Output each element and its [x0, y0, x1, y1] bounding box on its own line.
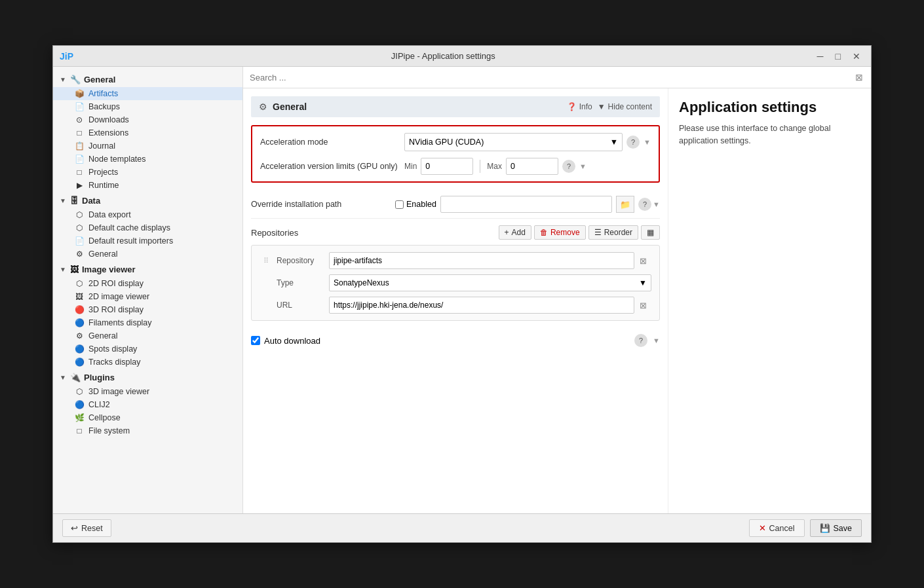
- sidebar-group-general[interactable]: ▼ 🔧 General: [53, 72, 242, 87]
- repo-type-row: Type SonatypeNexus ▼: [260, 274, 651, 291]
- hide-content-button[interactable]: ▼ Hide content: [598, 102, 652, 111]
- drag-handle-icon[interactable]: ⠿: [260, 257, 273, 265]
- override-help-button[interactable]: ?: [638, 198, 651, 211]
- sidebar-item-file-system[interactable]: □ File system: [53, 424, 242, 437]
- sidebar-item-clij2[interactable]: 🔵 CLIJ2: [53, 398, 242, 411]
- sidebar-item-data-export[interactable]: ⬡ Data export: [53, 208, 242, 221]
- sidebar-item-backups[interactable]: 📄 Backups: [53, 100, 242, 113]
- sidebar-item-data-general[interactable]: ⚙ General: [53, 248, 242, 261]
- title-bar-controls: ─ □ ✕: [813, 50, 864, 63]
- override-checkbox[interactable]: [395, 200, 404, 209]
- repositories-section: Repositories + Add 🗑 Remove: [251, 225, 660, 321]
- search-bar: ⊠: [243, 67, 871, 88]
- auto-download-expand-icon: ▼: [653, 337, 660, 344]
- repo-name-row: ⠿ Repository ⊠: [260, 252, 651, 269]
- sidebar-item-2d-image-viewer[interactable]: 🖼 2D image viewer: [53, 290, 242, 303]
- info-button[interactable]: ❓ Info: [567, 102, 592, 111]
- sidebar-item-runtime[interactable]: ▶ Runtime: [53, 179, 242, 192]
- sidebar-item-filaments-display[interactable]: 🔵 Filaments display: [53, 316, 242, 329]
- separator: [480, 160, 480, 173]
- override-label: Override installation path: [251, 200, 395, 209]
- acceleration-version-label: Acceleration version limits (GPU only): [260, 162, 404, 171]
- auto-download-help-button[interactable]: ?: [634, 334, 647, 347]
- cellpose-label: Cellpose: [88, 413, 121, 422]
- settings-box: Acceleration mode NVidia GPU (CUDA) ▼ ? …: [251, 125, 660, 183]
- reset-label: Reset: [81, 524, 103, 533]
- data-group-icon: 🗄: [70, 196, 79, 206]
- default-cache-label: Default cache displays: [88, 223, 170, 232]
- remove-icon: 🗑: [540, 228, 548, 237]
- reorder-icon: ☰: [594, 228, 602, 237]
- override-checkbox-label[interactable]: Enabled: [395, 200, 436, 209]
- sidebar-group-image-viewer[interactable]: ▼ 🖼 Image viewer: [53, 262, 242, 277]
- artifacts-label: Artifacts: [88, 89, 118, 98]
- sidebar-item-2d-roi-display[interactable]: ⬡ 2D ROI display: [53, 277, 242, 290]
- sidebar-item-default-result-importers[interactable]: 📄 Default result importers: [53, 234, 242, 248]
- version-help-button[interactable]: ?: [562, 160, 575, 173]
- reset-button[interactable]: ↩ Reset: [62, 519, 111, 537]
- repo-name-input[interactable]: [329, 252, 634, 269]
- file-system-icon: □: [74, 426, 85, 435]
- sidebar-item-node-templates[interactable]: 📄 Node templates: [53, 153, 242, 166]
- add-repo-button[interactable]: + Add: [499, 225, 531, 240]
- repos-header: Repositories + Add 🗑 Remove: [251, 225, 660, 240]
- sidebar-item-artifacts[interactable]: 📦 Artifacts: [53, 87, 242, 100]
- acceleration-help-button[interactable]: ?: [626, 136, 640, 149]
- acceleration-mode-row: Acceleration mode NVidia GPU (CUDA) ▼ ? …: [260, 133, 651, 151]
- sidebar: ▼ 🔧 General 📦 Artifacts 📄 Backups ⊙ Down…: [53, 67, 243, 513]
- main-content: ⊠ ⚙ General ❓ Info: [243, 67, 871, 513]
- cellpose-icon: 🌿: [74, 413, 85, 422]
- repo-type-dropdown[interactable]: SonatypeNexus ▼: [329, 274, 651, 291]
- save-label: Save: [834, 524, 853, 533]
- browse-folder-button[interactable]: 📁: [616, 196, 634, 213]
- repo-url-clear-button[interactable]: ⊠: [634, 297, 651, 314]
- override-installation-row: Override installation path Enabled 📁 ? ▼: [251, 191, 660, 219]
- max-value-input[interactable]: [506, 158, 558, 175]
- version-expand-icon: ▼: [579, 162, 587, 170]
- sidebar-item-projects[interactable]: □ Projects: [53, 166, 242, 179]
- reorder-repo-button[interactable]: ☰ Reorder: [588, 225, 638, 240]
- 2d-image-viewer-icon: 🖼: [74, 292, 85, 301]
- min-label: Min: [404, 162, 417, 171]
- info-panel: Application settings Please use this int…: [668, 88, 871, 513]
- save-button[interactable]: 💾 Save: [810, 519, 862, 537]
- sidebar-item-journal[interactable]: 📋 Journal: [53, 139, 242, 153]
- repo-name-clear-button[interactable]: ⊠: [634, 252, 651, 269]
- sidebar-item-spots-display[interactable]: 🔵 Spots display: [53, 342, 242, 356]
- auto-download-checkbox[interactable]: [251, 336, 260, 345]
- 3d-image-viewer-label: 3D image viewer: [88, 387, 149, 396]
- search-input[interactable]: [250, 73, 854, 83]
- acceleration-mode-dropdown[interactable]: NVidia GPU (CUDA) ▼: [404, 133, 623, 151]
- sidebar-item-3d-roi-display[interactable]: 🔴 3D ROI display: [53, 303, 242, 316]
- sidebar-item-tracks-display[interactable]: 🔵 Tracks display: [53, 356, 242, 369]
- override-checkbox-text: Enabled: [406, 200, 436, 209]
- acceleration-mode-control: NVidia GPU (CUDA) ▼ ? ▼: [404, 133, 651, 151]
- maximize-button[interactable]: □: [832, 50, 845, 63]
- sidebar-item-downloads[interactable]: ⊙ Downloads: [53, 113, 242, 126]
- cancel-button[interactable]: ✕ Cancel: [749, 519, 805, 537]
- iv-general-icon: ⚙: [74, 331, 85, 340]
- sidebar-group-data[interactable]: ▼ 🗄 Data: [53, 193, 242, 208]
- override-control: Enabled 📁: [395, 196, 634, 213]
- sidebar-item-3d-image-viewer[interactable]: ⬡ 3D image viewer: [53, 385, 242, 398]
- app-logo: JiP: [60, 51, 73, 62]
- min-value-input[interactable]: [421, 158, 473, 175]
- close-button[interactable]: ✕: [849, 50, 864, 63]
- sidebar-item-cellpose[interactable]: 🌿 Cellpose: [53, 411, 242, 424]
- search-clear-button[interactable]: ⊠: [854, 71, 864, 84]
- artifacts-icon: 📦: [74, 89, 85, 98]
- override-path-input[interactable]: [440, 196, 612, 213]
- repo-url-input[interactable]: [329, 297, 634, 314]
- cancel-icon: ✕: [759, 523, 766, 533]
- filaments-icon: 🔵: [74, 318, 85, 327]
- 3d-roi-label: 3D ROI display: [88, 305, 144, 314]
- sidebar-group-plugins[interactable]: ▼ 🔌 Plugins: [53, 370, 242, 385]
- remove-repo-button[interactable]: 🗑 Remove: [534, 225, 586, 240]
- minimize-button[interactable]: ─: [813, 50, 828, 63]
- add-icon: +: [505, 228, 509, 237]
- sidebar-item-default-cache-displays[interactable]: ⬡ Default cache displays: [53, 221, 242, 234]
- sidebar-item-extensions[interactable]: □ Extensions: [53, 126, 242, 139]
- sidebar-item-iv-general[interactable]: ⚙ General: [53, 329, 242, 342]
- repo-table-button[interactable]: ▦: [641, 225, 660, 240]
- info-question-icon: ❓: [567, 102, 577, 111]
